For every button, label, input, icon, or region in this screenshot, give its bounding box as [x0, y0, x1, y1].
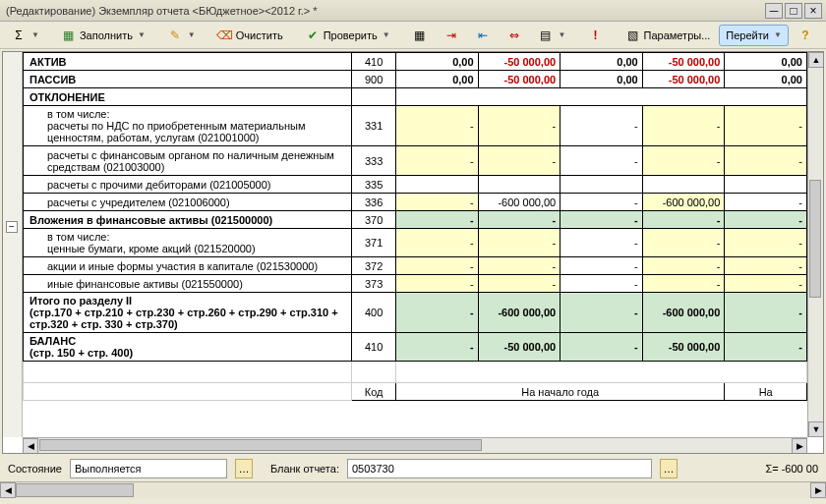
- cell[interactable]: -: [725, 229, 807, 257]
- scroll-thumb[interactable]: [809, 180, 821, 298]
- cell[interactable]: -: [725, 333, 807, 362]
- cell[interactable]: -: [395, 106, 478, 146]
- cell[interactable]: -: [725, 211, 807, 229]
- scroll-down-icon[interactable]: ▼: [808, 421, 824, 437]
- cell[interactable]: -50 000,00: [642, 53, 725, 71]
- cell[interactable]: -: [395, 146, 478, 176]
- cell[interactable]: -: [725, 194, 807, 211]
- horizontal-scrollbar[interactable]: ◀ ▶: [23, 437, 807, 453]
- table-row[interactable]: ОТКЛОНЕНИЕ: [24, 88, 807, 106]
- cell[interactable]: -: [395, 275, 478, 293]
- cell[interactable]: -50 000,00: [642, 333, 725, 362]
- cell[interactable]: -: [560, 211, 643, 229]
- cell[interactable]: -: [560, 275, 643, 293]
- cell[interactable]: -: [395, 229, 478, 257]
- tool1-button[interactable]: ▦: [405, 25, 435, 46]
- cell[interactable]: -: [478, 146, 560, 176]
- cell[interactable]: 0,00: [725, 53, 807, 71]
- cell[interactable]: -: [560, 106, 643, 146]
- close-button[interactable]: ×: [804, 3, 822, 19]
- cell[interactable]: -600 000,00: [478, 293, 560, 333]
- cell[interactable]: -: [725, 257, 807, 275]
- table-row[interactable]: расчеты с финансовым органом по наличным…: [24, 146, 807, 176]
- cell[interactable]: 0,00: [725, 71, 807, 88]
- table-row[interactable]: Итого по разделу II(стр.170 + стр.210 + …: [24, 293, 807, 333]
- cell[interactable]: -: [478, 257, 560, 275]
- cell[interactable]: -: [560, 146, 643, 176]
- cell[interactable]: -: [560, 194, 643, 211]
- state-field[interactable]: Выполняется: [70, 459, 227, 478]
- cell[interactable]: -: [725, 293, 807, 333]
- cell[interactable]: -: [642, 275, 725, 293]
- cell[interactable]: -: [560, 229, 643, 257]
- sum-button[interactable]: Σ▼: [4, 25, 46, 46]
- cell[interactable]: -600 000,00: [642, 293, 725, 333]
- tool3-button[interactable]: ⇤: [468, 25, 498, 46]
- table-row[interactable]: иные финансовые активы (021550000)373---…: [24, 275, 807, 293]
- bottom-scrollbar[interactable]: ◀ ▶: [0, 481, 826, 499]
- table-row[interactable]: расчеты с прочими дебиторами (021005000)…: [24, 176, 807, 194]
- table-row[interactable]: БАЛАНС(стр. 150 + стр. 400)410--50 000,0…: [24, 333, 807, 362]
- actions-button[interactable]: Действия▼: [822, 25, 826, 46]
- scroll-thumb-h[interactable]: [39, 439, 482, 451]
- tool4-button[interactable]: ⇔: [500, 25, 529, 46]
- cell[interactable]: -: [642, 211, 725, 229]
- cell[interactable]: -50 000,00: [478, 333, 560, 362]
- cell[interactable]: -: [395, 211, 478, 229]
- tool2-button[interactable]: ⇥: [437, 25, 466, 46]
- table-row[interactable]: ПАССИВ9000,00-50 000,000,00-50 000,000,0…: [24, 71, 807, 88]
- cell[interactable]: 0,00: [395, 53, 478, 71]
- vertical-scrollbar[interactable]: ▲ ▼: [807, 52, 823, 437]
- cell[interactable]: -: [395, 293, 478, 333]
- cell[interactable]: -: [395, 257, 478, 275]
- cell[interactable]: -: [725, 106, 807, 146]
- table-row[interactable]: в том числе:ценные бумаги, кроме акций (…: [24, 229, 807, 257]
- cell[interactable]: -: [725, 275, 807, 293]
- bottom-scroll-left-icon[interactable]: ◀: [0, 482, 16, 498]
- tool5-button[interactable]: ▤▼: [531, 25, 573, 46]
- table-row[interactable]: расчеты с учредителем (021006000)336--60…: [24, 194, 807, 211]
- bottom-scroll-right-icon[interactable]: ▶: [810, 482, 826, 498]
- cell[interactable]: -50 000,00: [642, 71, 725, 88]
- cell[interactable]: -: [725, 146, 807, 176]
- cell[interactable]: -: [642, 257, 725, 275]
- cell[interactable]: -: [478, 106, 560, 146]
- cell[interactable]: -600 000,00: [642, 194, 725, 211]
- cell[interactable]: 0,00: [560, 53, 643, 71]
- table-row[interactable]: в том числе:расчеты по НДС по приобретен…: [24, 106, 807, 146]
- cell[interactable]: -: [642, 229, 725, 257]
- cell[interactable]: [725, 176, 807, 194]
- edit-button[interactable]: ✎▼: [160, 25, 203, 46]
- table-row[interactable]: Вложения в финансовые активы (021500000)…: [24, 211, 807, 229]
- outline-collapse[interactable]: −: [6, 221, 18, 233]
- bottom-scroll-thumb[interactable]: [16, 483, 134, 497]
- minimize-button[interactable]: ─: [765, 3, 783, 19]
- scroll-right-icon[interactable]: ▶: [792, 438, 807, 454]
- cell[interactable]: -: [478, 275, 560, 293]
- state-picker[interactable]: …: [235, 459, 253, 478]
- cell[interactable]: -: [395, 194, 478, 211]
- cell[interactable]: [395, 176, 478, 194]
- goto-button[interactable]: Перейти▼: [719, 25, 789, 46]
- check-button[interactable]: ✔Проверить▼: [298, 25, 397, 46]
- fill-button[interactable]: ▦Заполнить▼: [54, 25, 152, 46]
- cell[interactable]: -600 000,00: [478, 194, 560, 211]
- cell[interactable]: -: [642, 146, 725, 176]
- maximize-button[interactable]: □: [785, 3, 802, 19]
- params-button[interactable]: ▧Параметры...: [619, 25, 718, 46]
- scroll-left-icon[interactable]: ◀: [23, 438, 38, 454]
- cell[interactable]: [560, 176, 643, 194]
- cell[interactable]: -50 000,00: [478, 71, 560, 88]
- info-button[interactable]: !: [581, 25, 611, 46]
- cell[interactable]: -: [395, 333, 478, 362]
- table-row[interactable]: АКТИВ4100,00-50 000,000,00-50 000,000,00: [24, 53, 807, 71]
- table-row[interactable]: акции и иные формы участия в капитале (0…: [24, 257, 807, 275]
- cell[interactable]: -: [478, 211, 560, 229]
- scroll-up-icon[interactable]: ▲: [808, 52, 824, 68]
- cell[interactable]: [478, 176, 560, 194]
- cell[interactable]: -: [642, 106, 725, 146]
- clear-button[interactable]: ⌫Очистить: [210, 25, 290, 46]
- blank-field[interactable]: 0503730: [347, 459, 652, 478]
- cell[interactable]: [642, 176, 725, 194]
- blank-picker[interactable]: …: [660, 459, 678, 478]
